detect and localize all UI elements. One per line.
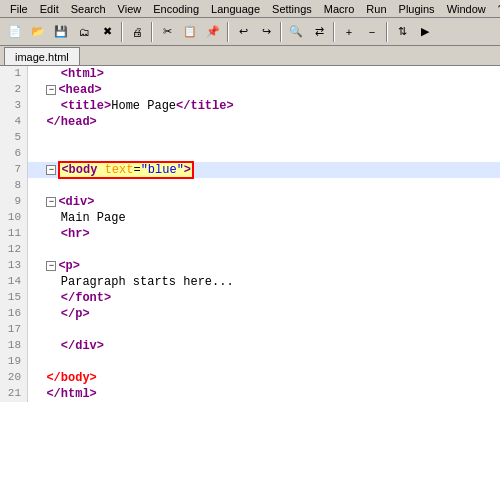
table-row: 17 — [0, 322, 500, 338]
line-content[interactable]: </html> — [28, 386, 500, 402]
table-row: 4 </head> — [0, 114, 500, 130]
line-number: 21 — [0, 386, 28, 402]
line-content[interactable] — [28, 178, 500, 194]
highlighted-tag: <body text="blue"> — [58, 161, 194, 179]
line-content[interactable]: </font> — [28, 290, 500, 306]
line-number: 2 — [0, 82, 28, 98]
redo-button[interactable]: ↪ — [255, 21, 277, 43]
menubar: File Edit Search View Encoding Language … — [0, 0, 500, 18]
line-content[interactable]: <hr> — [28, 226, 500, 242]
line-content[interactable] — [28, 322, 500, 338]
line-content[interactable]: Paragraph starts here... — [28, 274, 500, 290]
code-editor[interactable]: 1 <html> 2 −<head> 3 <title>Home Page</t… — [0, 66, 500, 500]
line-content[interactable]: </body> — [28, 370, 500, 386]
paste-button[interactable]: 📌 — [202, 21, 224, 43]
table-row: 21 </html> — [0, 386, 500, 402]
line-number: 14 — [0, 274, 28, 290]
run-button[interactable]: ▶ — [414, 21, 436, 43]
menu-help[interactable]: ? — [492, 2, 500, 16]
table-row: 11 <hr> — [0, 226, 500, 242]
separator-4 — [280, 22, 282, 42]
table-row: 8 — [0, 178, 500, 194]
line-number: 4 — [0, 114, 28, 130]
line-number: 11 — [0, 226, 28, 242]
table-row: 13 −<p> — [0, 258, 500, 274]
table-row: 9 −<div> — [0, 194, 500, 210]
new-button[interactable]: 📄 — [4, 21, 26, 43]
close-button[interactable]: ✖ — [96, 21, 118, 43]
open-button[interactable]: 📂 — [27, 21, 49, 43]
line-number: 10 — [0, 210, 28, 226]
tab-image-html[interactable]: image.html — [4, 47, 80, 65]
menu-encoding[interactable]: Encoding — [147, 2, 205, 16]
line-content[interactable] — [28, 146, 500, 162]
zoom-out-button[interactable]: − — [361, 21, 383, 43]
table-row: 19 — [0, 354, 500, 370]
menu-run[interactable]: Run — [360, 2, 392, 16]
expand-icon[interactable]: − — [46, 165, 56, 175]
line-number: 6 — [0, 146, 28, 162]
menu-search[interactable]: Search — [65, 2, 112, 16]
menu-settings[interactable]: Settings — [266, 2, 318, 16]
expand-icon[interactable]: − — [46, 85, 56, 95]
line-content[interactable]: −<body text="blue"> — [28, 162, 500, 178]
line-content[interactable]: <title>Home Page</title> — [28, 98, 500, 114]
line-content[interactable]: </head> — [28, 114, 500, 130]
line-number: 12 — [0, 242, 28, 258]
menu-file[interactable]: File — [4, 2, 34, 16]
table-row: 10 Main Page — [0, 210, 500, 226]
line-content[interactable]: </p> — [28, 306, 500, 322]
menu-view[interactable]: View — [112, 2, 148, 16]
line-number: 7 — [0, 162, 28, 178]
line-content[interactable]: <html> — [28, 66, 500, 82]
menu-language[interactable]: Language — [205, 2, 266, 16]
zoom-in-button[interactable]: + — [338, 21, 360, 43]
line-content[interactable] — [28, 130, 500, 146]
expand-icon[interactable]: − — [46, 197, 56, 207]
menu-window[interactable]: Window — [441, 2, 492, 16]
save-all-button[interactable]: 🗂 — [73, 21, 95, 43]
line-content[interactable]: −<head> — [28, 82, 500, 98]
undo-button[interactable]: ↩ — [232, 21, 254, 43]
line-number: 5 — [0, 130, 28, 146]
table-row: 7 −<body text="blue"> — [0, 162, 500, 178]
replace-button[interactable]: ⇄ — [308, 21, 330, 43]
line-content[interactable] — [28, 242, 500, 258]
separator-5 — [333, 22, 335, 42]
line-number: 19 — [0, 354, 28, 370]
table-row: 20 </body> — [0, 370, 500, 386]
cut-button[interactable]: ✂ — [156, 21, 178, 43]
line-number: 18 — [0, 338, 28, 354]
line-number: 1 — [0, 66, 28, 82]
line-number: 15 — [0, 290, 28, 306]
menu-plugins[interactable]: Plugins — [393, 2, 441, 16]
table-row: 3 <title>Home Page</title> — [0, 98, 500, 114]
table-row: 15 </font> — [0, 290, 500, 306]
line-content[interactable]: −<div> — [28, 194, 500, 210]
save-button[interactable]: 💾 — [50, 21, 72, 43]
code-lines: 1 <html> 2 −<head> 3 <title>Home Page</t… — [0, 66, 500, 402]
line-content[interactable]: −<p> — [28, 258, 500, 274]
copy-button[interactable]: 📋 — [179, 21, 201, 43]
expand-icon[interactable]: − — [46, 261, 56, 271]
line-number: 20 — [0, 370, 28, 386]
line-content[interactable] — [28, 354, 500, 370]
separator-2 — [151, 22, 153, 42]
menu-edit[interactable]: Edit — [34, 2, 65, 16]
table-row: 2 −<head> — [0, 82, 500, 98]
line-number: 8 — [0, 178, 28, 194]
print-button[interactable]: 🖨 — [126, 21, 148, 43]
line-content[interactable]: </div> — [28, 338, 500, 354]
find-button[interactable]: 🔍 — [285, 21, 307, 43]
table-row: 1 <html> — [0, 66, 500, 82]
line-number: 13 — [0, 258, 28, 274]
tabbar: image.html — [0, 46, 500, 66]
table-row: 14 Paragraph starts here... — [0, 274, 500, 290]
sync-button[interactable]: ⇅ — [391, 21, 413, 43]
line-number: 16 — [0, 306, 28, 322]
menu-macro[interactable]: Macro — [318, 2, 361, 16]
line-number: 17 — [0, 322, 28, 338]
line-number: 3 — [0, 98, 28, 114]
line-content[interactable]: Main Page — [28, 210, 500, 226]
table-row: 5 — [0, 130, 500, 146]
